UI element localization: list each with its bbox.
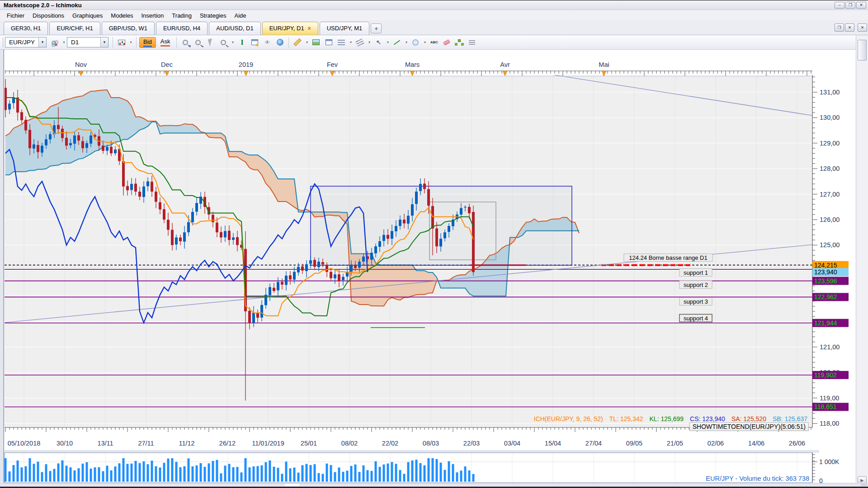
ruler-arrow-icon[interactable]: ▾ xyxy=(304,37,309,48)
scrollbar-thumb[interactable] xyxy=(858,40,867,61)
close-button[interactable]: ✕ xyxy=(856,2,866,9)
unlink-arrow-icon[interactable]: ▾ xyxy=(61,37,66,48)
menu-fichier[interactable]: Fichier xyxy=(3,11,28,20)
legend-segment-5: SA: 125,520 xyxy=(731,415,766,422)
symbol-combo[interactable]: EUR/JPY▼ xyxy=(5,37,47,47)
menu-aide[interactable]: Aide xyxy=(231,11,250,20)
tab-row: GER30, H1EUR/CHF, H1GBP/USD, W1EUR/USD, … xyxy=(0,20,868,35)
text-tool-icon[interactable]: ABC xyxy=(428,37,440,48)
period-combo[interactable]: D1▼ xyxy=(67,37,108,47)
legend-segment-6: SB: 125,637 xyxy=(773,415,807,422)
chart-restore-button[interactable]: ❐ xyxy=(835,23,844,32)
insert-image-icon[interactable] xyxy=(310,37,322,48)
arrows-tool-icon[interactable]: ↖ xyxy=(373,37,384,48)
tab-ger30-h1[interactable]: GER30, H1 xyxy=(4,22,48,35)
restore-button[interactable]: ❐ xyxy=(845,2,855,9)
hierarchy-icon[interactable] xyxy=(453,37,465,48)
ichimoku-legend: ICH(EUR/JPY, 9, 26, 52)TL: 125,342KL: 12… xyxy=(0,415,807,422)
visibility-icon[interactable]: 👁 xyxy=(261,37,273,48)
edit-window-icon[interactable] xyxy=(249,37,260,48)
vertical-cursor-icon[interactable]: I xyxy=(236,37,248,48)
pitchfork-icon[interactable] xyxy=(354,37,366,48)
window-title: Marketscope 2.0 – Ichimoku xyxy=(4,2,82,9)
ask-button[interactable]: Ask xyxy=(157,37,174,48)
legend-segment-2: TL: 125,342 xyxy=(609,415,643,422)
fibonacci-icon[interactable] xyxy=(335,37,347,48)
menu-modeles[interactable]: Modeles xyxy=(107,11,137,20)
chart-close-button[interactable]: ✕ xyxy=(845,23,854,32)
chart-type-button[interactable] xyxy=(116,37,127,48)
tab-eur-chf-h1[interactable]: EUR/CHF, H1 xyxy=(49,22,100,35)
menu-insertion[interactable]: Insertion xyxy=(137,11,168,20)
legend-segment-3: KL: 125,699 xyxy=(650,415,684,422)
menu-bar: FichierDispositionsGraphiquesModelesInse… xyxy=(0,10,868,20)
globe-icon[interactable] xyxy=(274,37,286,48)
symbol-combo-value: EUR/JPY xyxy=(5,39,38,46)
period-combo-value: D1 xyxy=(67,39,82,46)
chart-type-arrow-icon[interactable]: ▾ xyxy=(128,37,133,48)
toolbar: EUR/JPY▼🔗▾D1▼▾BidAsk+–▾I👁▾▾▾↖▾▾▾ABC xyxy=(0,35,868,50)
resize-grip[interactable] xyxy=(861,484,867,486)
frame-close-button[interactable]: ✕ xyxy=(858,23,867,32)
add-tab-button[interactable]: + xyxy=(371,23,382,33)
zoom-select-icon[interactable] xyxy=(217,37,229,48)
title-bar: Marketscope 2.0 – Ichimoku –❐✕ xyxy=(0,0,868,10)
arrows-arrow-icon[interactable]: ▾ xyxy=(385,37,390,48)
fibonacci-arrow-icon[interactable]: ▾ xyxy=(348,37,353,48)
status-bar xyxy=(0,483,868,488)
showtimetoend-label: SHOWTIMETOEND(EUR/JPY)(5:06:51) xyxy=(0,422,809,431)
tab-usd-jpy-m1[interactable]: USD/JPY, M1 xyxy=(320,22,370,35)
tab-close-icon[interactable]: × xyxy=(308,25,311,32)
tab-gbp-usd-w1[interactable]: GBP/USD, W1 xyxy=(102,22,155,35)
vertical-scrollbar[interactable]: ▶ xyxy=(856,35,868,483)
menu-trading[interactable]: Trading xyxy=(168,11,196,20)
pitchfork-arrow-icon[interactable]: ▾ xyxy=(367,37,372,48)
toolbar-drag-handle[interactable] xyxy=(1,38,3,47)
line-arrow-icon[interactable]: ▾ xyxy=(404,37,409,48)
ellipse-tool-icon[interactable] xyxy=(410,37,421,48)
zoom-out-icon[interactable]: – xyxy=(192,37,204,48)
symbol-combo-arrow-icon[interactable]: ▼ xyxy=(38,38,46,47)
period-combo-arrow-icon[interactable]: ▼ xyxy=(100,38,108,47)
menu-graphiques[interactable]: Graphiques xyxy=(68,11,107,20)
eraser-icon[interactable] xyxy=(441,37,453,48)
line-tool-icon[interactable] xyxy=(391,37,403,48)
tab-eur-jpy-d1[interactable]: EUR/JPY, D1× xyxy=(262,22,318,35)
minimize-button[interactable]: – xyxy=(835,2,844,9)
menu-dispositions[interactable]: Dispositions xyxy=(28,11,68,20)
tab-eur-usd-h4[interactable]: EUR/USD, H4 xyxy=(156,22,208,35)
menu-strategies[interactable]: Strategies xyxy=(196,11,231,20)
cursor-tool-icon[interactable] xyxy=(205,37,217,48)
legend-segment-4: CS: 123,940 xyxy=(690,415,725,422)
list-icon[interactable] xyxy=(466,37,478,48)
ellipse-arrow-icon[interactable]: ▾ xyxy=(422,37,427,48)
legend-segment-1: ICH(EUR/JPY, 9, 26, 52) xyxy=(534,415,603,422)
bid-button[interactable]: Bid xyxy=(139,37,156,48)
chart-frame-icon[interactable] xyxy=(323,37,335,48)
unlink-icon[interactable]: 🔗 xyxy=(49,37,61,48)
zoom-arrow-icon[interactable]: ▾ xyxy=(230,37,235,48)
ruler-icon[interactable] xyxy=(292,37,303,48)
zoom-in-icon[interactable]: + xyxy=(179,37,191,48)
tab-aud-usd-d1[interactable]: AUD/USD, D1 xyxy=(209,22,260,35)
